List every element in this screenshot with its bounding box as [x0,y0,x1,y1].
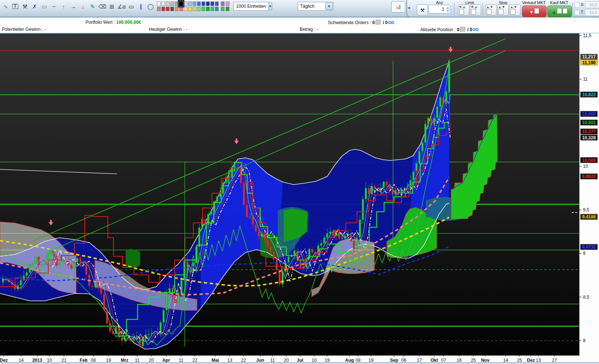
candle-body [318,246,319,253]
color-swatch[interactable] [215,1,219,6]
text-tool-icon: T [12,4,18,9]
segment-tool-button[interactable]: ╌ [49,1,59,12]
color-swatch[interactable] [179,7,183,11]
color-swatch[interactable] [184,1,187,6]
color-swatch[interactable] [188,1,192,6]
color-swatch[interactable] [226,1,229,6]
color-swatch[interactable] [166,7,170,11]
target-distance-spinner[interactable]: 10.0 ▲▼ [585,9,599,16]
position-icon[interactable] [460,27,465,32]
color-swatch[interactable] [197,1,201,6]
color-swatch[interactable] [210,1,214,6]
color-swatch[interactable] [193,7,196,11]
orders-icon[interactable] [376,20,381,25]
today-profit-label: Heutiger Gewinn : - [149,27,187,32]
color-swatch[interactable] [175,7,178,11]
target-checkbox[interactable] [574,10,580,15]
color-swatch[interactable] [226,7,229,11]
quantity-stepper[interactable]: 1 ▲▼ [428,5,451,13]
stop-distance-spinner[interactable]: 10.0 ▲▼ [585,1,599,8]
x-axis-label: 06 [401,358,406,363]
candle-body [86,265,87,274]
wrench-icon: ⚒ [420,8,425,13]
color-swatch[interactable] [170,7,174,11]
cross-lines-tool-button[interactable]: ✗ [30,1,39,12]
limit-sell-icon: ▼▲ [458,5,469,15]
x-axis-label: 19 [325,358,330,363]
recent-colors [221,1,230,12]
x-axis-label: 10 [312,358,317,363]
color-swatch[interactable] [175,1,178,6]
price-chart[interactable]: 11,511109,598,5811,21711,19010,82210,600… [0,33,599,364]
color-swatch[interactable] [166,1,170,6]
ellipse-tool-button[interactable]: ◯ [146,1,155,12]
stop-buy-button[interactable]: ▲▼ [497,4,509,16]
x-axis-label: 19 [106,358,111,363]
chart-canvas[interactable]: 11,511109,598,5811,21711,19010,82210,600… [0,33,599,364]
rectangle-tool-button[interactable]: ▭ [127,1,136,12]
candle-body [80,258,81,262]
color-swatch[interactable] [161,1,165,6]
draw-trendline-tool-button[interactable]: ✎ [88,1,97,12]
candle-body [246,205,248,217]
x-axis-label: 22 [192,358,197,363]
candle-body [103,294,105,310]
chart-line-tool-button[interactable]: ∿ [1,1,10,12]
chevron-down-icon[interactable]: ▼ [325,3,333,10]
color-swatch[interactable] [221,1,225,6]
color-swatch[interactable] [184,7,187,11]
indicator-tool-button[interactable]: ⊞ [107,1,117,12]
color-swatch[interactable] [206,1,210,6]
color-swatch[interactable] [202,7,205,11]
limit-buy-button[interactable]: ▼▲ [470,4,481,16]
color-swatch[interactable] [188,7,192,11]
units-dropdown[interactable]: 1000 Einheiten ▼ [234,2,270,11]
stepper-arrows-icon[interactable]: ▲▼ [447,6,449,13]
color-swatch[interactable] [202,1,205,6]
delete-tool-button[interactable]: ⌫ [98,1,107,12]
color-swatch[interactable] [161,7,165,11]
order-settings-button[interactable]: ⚒ [417,4,428,16]
buy-market-button[interactable]: ▲ [547,6,572,17]
sell-market-button[interactable]: ▼ [522,6,547,17]
x-axis-label: Nov [481,358,490,363]
orders-gear-icon[interactable]: ⚙⚙ [388,20,394,25]
candle-body [41,264,43,265]
chevron-down-icon[interactable]: ▼ [268,3,272,10]
settings-tools-button[interactable]: ⚒ [20,1,30,12]
divider [454,3,454,16]
angle-tool-button[interactable]: ∠α [117,1,126,12]
color-swatch[interactable] [193,1,196,6]
candle-body [163,310,165,322]
color-swatch[interactable] [179,1,184,6]
stop-checkbox[interactable] [574,3,580,8]
stop-sell-button[interactable]: ▲▼ [486,4,497,16]
color-swatch[interactable] [206,7,210,11]
color-swatch[interactable] [210,7,214,11]
text-tool-button[interactable]: T [11,1,20,12]
ruler-tool-button[interactable]: ▭ [40,1,49,12]
color-swatch[interactable] [157,1,161,6]
buy-market-label: Kauf MKT [550,0,569,5]
divider [573,3,573,16]
channel-tool-button[interactable]: ∥ [136,1,146,12]
arrow-down-tool-button[interactable]: ↓ [78,1,88,12]
arrow-right-tool-button[interactable]: → [69,1,78,12]
color-swatch[interactable] [215,7,219,11]
x-axis-label: Jul [297,358,303,363]
candle-body [32,264,34,264]
arrow-up-tool-button[interactable]: ↑ [59,1,68,12]
position-gear-icon[interactable]: ⚙⚙ [472,27,478,32]
limit-sell-button[interactable]: ▼▲ [458,4,469,16]
timeframe-dropdown[interactable]: Täglich ▼ [297,2,334,11]
portfolio-value-label: Portfolio Wert : 100.000,00€ [86,20,141,25]
chart-type-button[interactable]: 📊 [391,1,405,13]
color-swatch[interactable] [197,7,201,11]
panel-collapse-arrow-icon[interactable]: ► [408,6,411,10]
units-dropdown-value: 1000 Einheiten [234,4,268,9]
x-axis-label: 13 [227,358,232,363]
stop-limit-button[interactable]: ▲▼ [509,4,521,16]
color-swatch[interactable] [157,7,161,11]
color-swatch[interactable] [170,1,174,6]
color-swatch[interactable] [221,7,225,11]
